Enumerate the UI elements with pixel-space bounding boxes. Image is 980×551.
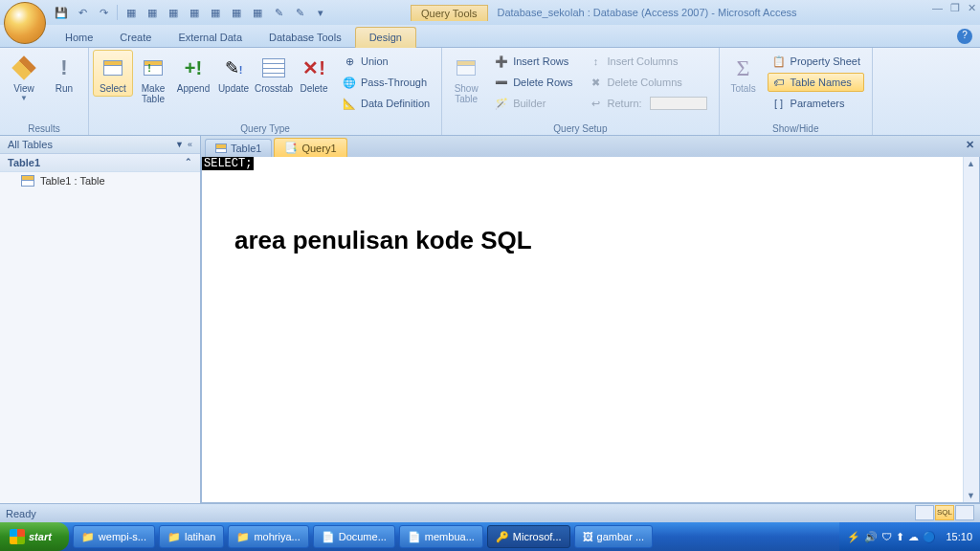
minimize-button[interactable]: — <box>932 2 943 14</box>
delete-rows-button[interactable]: ➖Delete Rows <box>490 73 576 92</box>
close-tab-button[interactable]: ✕ <box>966 139 974 151</box>
datasheet-view-button[interactable] <box>915 505 934 520</box>
data-definition-button[interactable]: 📐Data Definition <box>338 94 434 113</box>
tab-external-data[interactable]: External Data <box>165 28 256 47</box>
sql-view-icon <box>9 53 39 83</box>
view-label: View <box>13 83 34 94</box>
show-table-button[interactable]: Show Table <box>446 50 486 107</box>
nav-pane-header[interactable]: All Tables ▼ « <box>0 136 200 154</box>
restore-button[interactable]: ❐ <box>950 2 960 14</box>
make-table-label: Make Table <box>142 83 165 104</box>
help-button[interactable]: ? <box>957 29 972 44</box>
tray-icon[interactable]: 🔵 <box>923 531 936 543</box>
parameters-button[interactable]: [ ]Parameters <box>768 94 864 113</box>
undo-icon[interactable]: ↶ <box>73 3 92 22</box>
nav-group-header[interactable]: Table1 ⌃ <box>0 154 200 172</box>
nav-group-label: Table1 <box>8 157 40 168</box>
qat-item[interactable]: ▦ <box>122 3 141 22</box>
qat-item[interactable]: ✎ <box>290 3 309 22</box>
query-icon: 📑 <box>284 142 298 154</box>
group-label-show-hide: Show/Hide <box>724 122 868 135</box>
group-label-results: Results <box>4 122 84 135</box>
doc-tab-query1[interactable]: 📑 Query1 <box>274 138 346 157</box>
view-button[interactable]: View ▼ <box>4 50 44 105</box>
taskbar-item[interactable]: 📄membua... <box>399 525 483 548</box>
group-label-query-type: Query Type <box>93 122 437 135</box>
property-sheet-icon: 📋 <box>771 54 787 69</box>
totals-button[interactable]: Σ Totals <box>724 50 764 97</box>
append-icon: +! <box>178 53 209 83</box>
vertical-scrollbar[interactable] <box>963 157 979 502</box>
doc-tab-table1[interactable]: Table1 <box>205 139 272 157</box>
clock[interactable]: 15:10 <box>946 531 972 542</box>
close-button[interactable]: ✕ <box>968 2 976 14</box>
qat-item[interactable]: ▦ <box>143 3 162 22</box>
delete-query-button[interactable]: ✕! Delete <box>294 50 334 97</box>
crosstab-button[interactable]: Crosstab <box>254 50 294 97</box>
delete-cols-icon: ✖ <box>589 75 604 90</box>
ribbon-group-results: View ▼ ! Run Results <box>0 48 89 135</box>
chevron-down-icon[interactable]: ▼ <box>175 140 184 149</box>
qat-item[interactable]: ▦ <box>248 3 267 22</box>
taskbar-item[interactable]: 📁wempi-s... <box>73 525 155 548</box>
parameters-icon: [ ] <box>771 96 787 111</box>
start-button[interactable]: start <box>0 522 69 551</box>
tray-icon[interactable]: 🔊 <box>864 531 878 543</box>
qat-item[interactable]: ▦ <box>185 3 204 22</box>
word-icon: 📄 <box>408 531 421 543</box>
sql-text-selection[interactable]: SELECT; <box>202 157 254 170</box>
navigation-pane: All Tables ▼ « Table1 ⌃ Table1 : Table <box>0 136 201 503</box>
system-tray[interactable]: ⚡ 🔊 🛡 ⬆ ☁ 🔵 15:10 <box>839 522 980 551</box>
tab-create[interactable]: Create <box>106 28 165 47</box>
ribbon-group-query-type: Select ! Make Table +! Append ✎! Update … <box>89 48 442 135</box>
taskbar-item-active[interactable]: 🔑Microsof... <box>487 525 570 548</box>
table-names-icon: 🏷 <box>771 75 787 90</box>
sql-editor[interactable]: SELECT; area penulisan kode SQL <box>201 157 980 503</box>
union-button[interactable]: ⊕Union <box>338 52 434 71</box>
collapse-pane-icon[interactable]: « <box>188 140 192 149</box>
redo-icon[interactable]: ↷ <box>94 3 113 22</box>
qat-dropdown-icon[interactable]: ▾ <box>311 3 330 22</box>
taskbar-item[interactable]: 🖼gambar ... <box>574 525 654 548</box>
tray-icon[interactable]: 🛡 <box>881 531 892 542</box>
nav-pane-title: All Tables <box>8 139 53 150</box>
run-label: Run <box>56 83 73 94</box>
make-table-button[interactable]: ! Make Table <box>133 50 173 107</box>
office-button[interactable] <box>4 2 46 44</box>
tray-icon[interactable]: ⬆ <box>896 531 904 543</box>
globe-icon: 🌐 <box>342 75 357 90</box>
tray-icon[interactable]: ☁ <box>908 531 919 543</box>
tray-icon[interactable]: ⚡ <box>847 531 860 543</box>
sql-view-button[interactable]: SQL <box>935 505 954 520</box>
tab-database-tools[interactable]: Database Tools <box>256 28 355 47</box>
insert-rows-button[interactable]: ➕Insert Rows <box>490 52 576 71</box>
collapse-group-icon[interactable]: ⌃ <box>185 157 192 168</box>
data-def-icon: 📐 <box>342 96 357 111</box>
taskbar-item[interactable]: 📁mohriya... <box>228 525 308 548</box>
nav-item-table1[interactable]: Table1 : Table <box>0 172 200 189</box>
qat-item[interactable]: ▦ <box>227 3 246 22</box>
show-table-label: Show Table <box>455 83 479 104</box>
qat-item[interactable]: ▦ <box>206 3 225 22</box>
qat-item[interactable]: ▦ <box>164 3 183 22</box>
select-query-button[interactable]: Select <box>93 50 133 97</box>
annotation-text: area penulisan kode SQL <box>234 226 532 255</box>
pass-through-button[interactable]: 🌐Pass-Through <box>338 73 434 92</box>
design-view-button[interactable] <box>955 505 974 520</box>
tab-design[interactable]: Design <box>355 27 416 48</box>
delete-rows-icon: ➖ <box>494 75 509 90</box>
contextual-tab-label: Query Tools <box>411 5 488 21</box>
append-button[interactable]: +! Append <box>173 50 213 97</box>
tab-home[interactable]: Home <box>52 28 106 47</box>
chevron-down-icon: ▼ <box>20 94 28 102</box>
run-button[interactable]: ! Run <box>44 50 84 97</box>
taskbar-item[interactable]: 📄Docume... <box>313 525 395 548</box>
property-sheet-button[interactable]: 📋Property Sheet <box>768 52 864 71</box>
word-icon: 📄 <box>322 531 335 543</box>
save-icon[interactable]: 💾 <box>52 3 71 22</box>
table-names-button[interactable]: 🏷Table Names <box>768 73 864 92</box>
update-button[interactable]: ✎! Update <box>213 50 254 97</box>
taskbar-item[interactable]: 📁latihan <box>159 525 224 548</box>
qat-item[interactable]: ✎ <box>269 3 288 22</box>
status-text: Ready <box>6 508 36 519</box>
